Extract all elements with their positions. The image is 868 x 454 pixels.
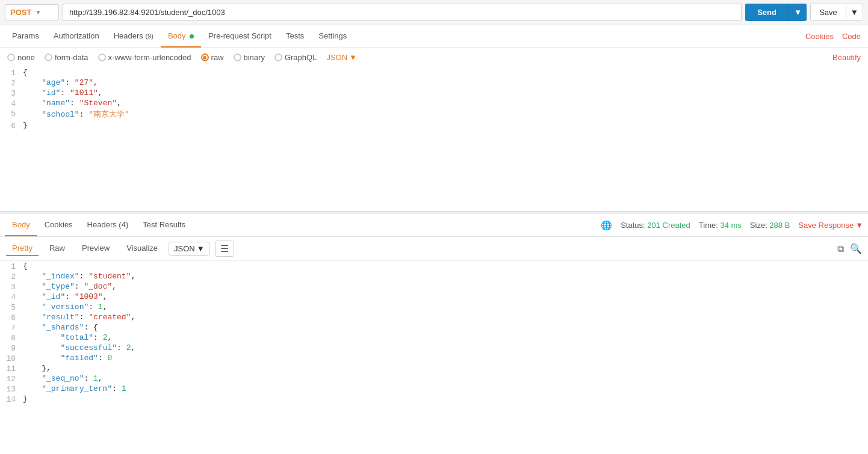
top-bar: POST ▼ Send ▼ Save ▼	[0, 0, 868, 25]
status-value: 201 Created	[647, 221, 690, 230]
option-url-encoded[interactable]: x-www-form-urlencoded	[98, 53, 191, 62]
body-options-bar: none form-data x-www-form-urlencoded raw…	[0, 48, 868, 67]
request-body-editor[interactable]: 1{2 "age": "27",3 "id": "1011",4 "name":…	[0, 67, 868, 212]
send-btn-group: Send ▼	[745, 4, 807, 21]
option-form-data[interactable]: form-data	[45, 53, 88, 62]
save-response-chevron-icon: ▼	[855, 221, 863, 230]
option-none-label: none	[17, 53, 35, 62]
option-urlencoded-label: x-www-form-urlencoded	[108, 53, 191, 62]
method-chevron-icon: ▼	[35, 9, 41, 16]
option-formdata-label: form-data	[55, 53, 88, 62]
option-graphql-label: GraphQL	[285, 53, 317, 62]
response-format-label: JSON	[174, 244, 195, 253]
radio-formdata-icon	[45, 54, 52, 61]
response-body-editor[interactable]: 1{2 "_index": "student",3 "_type": "_doc…	[0, 261, 868, 449]
tab-headers[interactable]: Headers (9)	[107, 25, 161, 48]
response-action-icons: ⧉ 🔍	[837, 243, 862, 254]
resp-tab-body[interactable]: Body	[5, 214, 37, 236]
resp-line-13: 13 "_primary_term": 1	[0, 384, 868, 394]
resp-tab-test-results[interactable]: Test Results	[135, 214, 193, 236]
resp-line-5: 5 "_version": 1,	[0, 302, 868, 312]
resp-line-14: 14}	[0, 394, 868, 404]
option-binary[interactable]: binary	[234, 53, 265, 62]
fmt-tab-visualize[interactable]: Visualize	[120, 241, 164, 256]
tab-right-links: Cookies Code	[805, 32, 863, 41]
response-editor-table: 1{2 "_index": "student",3 "_type": "_doc…	[0, 261, 868, 404]
request-tabs: Params Authorization Headers (9) Body Pr…	[0, 25, 868, 48]
response-format-chevron-icon: ▼	[197, 244, 205, 253]
save-btn-group: Save ▼	[810, 4, 863, 21]
tab-settings[interactable]: Settings	[311, 25, 354, 48]
send-button[interactable]: Send	[745, 4, 789, 21]
option-raw[interactable]: raw	[201, 53, 224, 62]
resp-line-3: 3 "_type": "_doc",	[0, 281, 868, 292]
url-input[interactable]	[63, 4, 742, 21]
wrap-lines-button[interactable]: ☰	[215, 241, 234, 257]
req-line-3: 3 "id": "1011",	[0, 88, 868, 98]
fmt-tab-raw[interactable]: Raw	[43, 241, 71, 256]
req-line-2: 2 "age": "27",	[0, 78, 868, 88]
resp-line-2: 2 "_index": "student",	[0, 271, 868, 281]
resp-line-10: 10 "failed": 0	[0, 353, 868, 363]
size-value: 288 B	[769, 221, 790, 230]
req-line-5: 5 "school": "南京大学"	[0, 108, 868, 120]
json-type-chevron-icon: ▼	[349, 53, 357, 62]
json-type-label: JSON	[326, 53, 347, 62]
radio-graphql-icon	[274, 54, 282, 61]
response-format-bar: Pretty Raw Preview Visualize JSON ▼ ☰ ⧉ …	[0, 237, 868, 261]
search-response-button[interactable]: 🔍	[850, 243, 862, 254]
beautify-area: Beautify	[832, 53, 861, 62]
tab-body[interactable]: Body	[161, 25, 201, 48]
json-type-selector[interactable]: JSON ▼	[326, 53, 357, 62]
response-status: Status: 201 Created	[621, 221, 690, 230]
method-selector[interactable]: POST ▼	[5, 4, 59, 20]
beautify-button[interactable]: Beautify	[832, 53, 861, 62]
option-binary-label: binary	[244, 53, 265, 62]
resp-line-12: 12 "_seq_no": 1,	[0, 373, 868, 384]
tab-params[interactable]: Params	[5, 25, 46, 48]
resp-line-7: 7 "_shards": {	[0, 322, 868, 333]
req-line-4: 4 "name": "Steven",	[0, 98, 868, 108]
fmt-tab-pretty[interactable]: Pretty	[6, 241, 39, 256]
response-time: Time: 34 ms	[699, 221, 742, 230]
save-button[interactable]: Save	[811, 4, 846, 20]
response-tabs-bar: Body Cookies Headers (4) Test Results 🌐 …	[0, 214, 868, 237]
req-line-1: 1{	[0, 67, 868, 78]
option-graphql[interactable]: GraphQL	[274, 53, 317, 62]
globe-icon: 🌐	[601, 220, 612, 231]
cookies-link[interactable]: Cookies	[805, 32, 834, 41]
radio-binary-icon	[234, 54, 241, 61]
code-link[interactable]: Code	[842, 32, 861, 41]
radio-urlencoded-icon	[98, 54, 106, 61]
save-response-button[interactable]: Save Response ▼	[798, 221, 863, 230]
resp-line-9: 9 "successful": 2,	[0, 343, 868, 353]
radio-raw-icon	[201, 54, 209, 61]
radio-none-icon	[7, 54, 15, 61]
copy-response-button[interactable]: ⧉	[837, 243, 844, 254]
resp-tab-headers[interactable]: Headers (4)	[80, 214, 136, 236]
resp-tab-cookies[interactable]: Cookies	[37, 214, 80, 236]
resp-line-6: 6 "result": "created",	[0, 312, 868, 322]
resp-line-8: 8 "total": 2,	[0, 333, 868, 343]
response-meta: 🌐 Status: 201 Created Time: 34 ms Size: …	[601, 220, 863, 231]
time-value: 34 ms	[720, 221, 741, 230]
tab-prerequest[interactable]: Pre-request Script	[201, 25, 279, 48]
tab-authorization[interactable]: Authorization	[46, 25, 107, 48]
resp-line-1: 1{	[0, 261, 868, 271]
send-dropdown-button[interactable]: ▼	[789, 4, 807, 21]
save-dropdown-button[interactable]: ▼	[846, 4, 863, 20]
option-none[interactable]: none	[7, 53, 35, 62]
editor-table: 1{2 "age": "27",3 "id": "1011",4 "name":…	[0, 67, 868, 130]
fmt-tab-preview[interactable]: Preview	[76, 241, 116, 256]
tab-tests[interactable]: Tests	[279, 25, 311, 48]
method-label: POST	[10, 8, 31, 17]
req-line-6: 6}	[0, 120, 868, 130]
response-format-selector[interactable]: JSON ▼	[169, 242, 210, 256]
option-raw-label: raw	[211, 53, 224, 62]
resp-line-11: 11 },	[0, 363, 868, 373]
resp-line-4: 4 "_id": "1003",	[0, 292, 868, 302]
response-size: Size: 288 B	[750, 221, 790, 230]
